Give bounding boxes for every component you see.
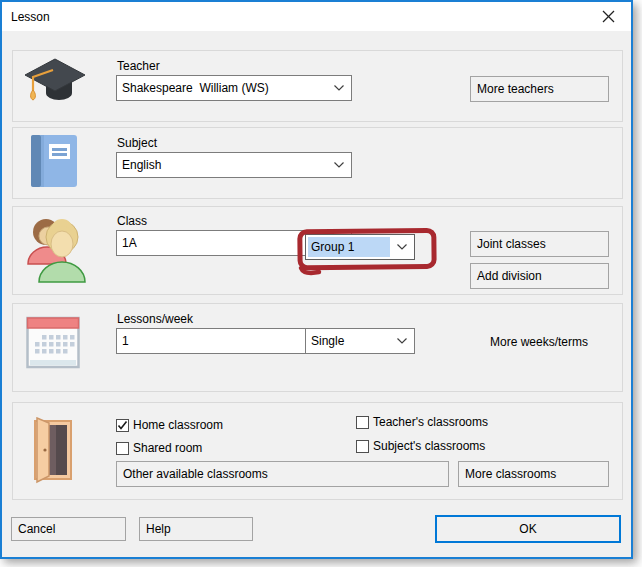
other-available-classrooms-button[interactable]: Other available classrooms xyxy=(116,461,449,487)
checkbox-box xyxy=(116,419,129,432)
checkbox-box xyxy=(356,440,369,453)
more-teachers-button[interactable]: More teachers xyxy=(470,76,609,102)
group-dropdown[interactable]: Group 1 xyxy=(305,234,415,260)
screen: Lesson Teacher Shakespeare William (WS) … xyxy=(0,0,642,567)
checkbox-label: Teacher's classrooms xyxy=(373,415,488,429)
group-dropdown-value: Group 1 xyxy=(308,237,390,257)
checkbox-label: Home classroom xyxy=(133,418,223,432)
teacher-label: Teacher xyxy=(117,59,160,73)
subjects-classrooms-checkbox[interactable]: Subject's classrooms xyxy=(356,439,485,453)
subject-dropdown-value: English xyxy=(117,153,327,177)
class-dropdown-value: 1A xyxy=(117,231,327,255)
lessons-week-label: Lessons/week xyxy=(117,312,193,326)
checkbox-label: Subject's classrooms xyxy=(373,439,485,453)
chevron-down-icon xyxy=(390,329,414,353)
joint-classes-button[interactable]: Joint classes xyxy=(470,231,609,257)
close-button[interactable] xyxy=(587,2,629,31)
lesson-duration-dropdown[interactable]: Single xyxy=(305,328,415,354)
teacher-dropdown-value: Shakespeare William (WS) xyxy=(117,76,327,100)
more-weeks-terms-label[interactable]: More weeks/terms xyxy=(490,335,588,349)
subject-label: Subject xyxy=(117,136,157,150)
teacher-dropdown[interactable]: Shakespeare William (WS) xyxy=(116,75,352,101)
cancel-button[interactable]: Cancel xyxy=(11,517,126,541)
book-icon xyxy=(28,133,80,189)
door-icon xyxy=(28,416,76,484)
checkbox-box xyxy=(116,442,129,455)
subject-dropdown[interactable]: English xyxy=(116,152,352,178)
checkbox-box xyxy=(356,416,369,429)
close-icon xyxy=(602,10,615,23)
add-division-button[interactable]: Add division xyxy=(470,263,609,289)
more-classrooms-button[interactable]: More classrooms xyxy=(458,461,609,487)
class-label: Class xyxy=(117,214,147,228)
window-title: Lesson xyxy=(11,10,50,24)
shared-room-checkbox[interactable]: Shared room xyxy=(116,441,202,455)
help-button[interactable]: Help xyxy=(139,517,253,541)
lesson-dialog: Lesson Teacher Shakespeare William (WS) … xyxy=(0,0,633,559)
chevron-down-icon xyxy=(327,76,351,100)
teachers-classrooms-checkbox[interactable]: Teacher's classrooms xyxy=(356,415,488,429)
checkmark-icon xyxy=(117,420,128,431)
lessons-count-value: 1 xyxy=(117,329,327,353)
calendar-icon xyxy=(26,316,80,374)
chevron-down-icon xyxy=(327,153,351,177)
checkbox-label: Shared room xyxy=(133,441,202,455)
students-icon xyxy=(19,212,91,284)
chevron-down-icon xyxy=(390,235,414,259)
lesson-duration-value: Single xyxy=(306,329,390,353)
title-bar: Lesson xyxy=(2,2,631,31)
home-classroom-checkbox[interactable]: Home classroom xyxy=(116,418,223,432)
ok-button[interactable]: OK xyxy=(435,515,621,543)
graduation-cap-icon xyxy=(22,56,88,110)
